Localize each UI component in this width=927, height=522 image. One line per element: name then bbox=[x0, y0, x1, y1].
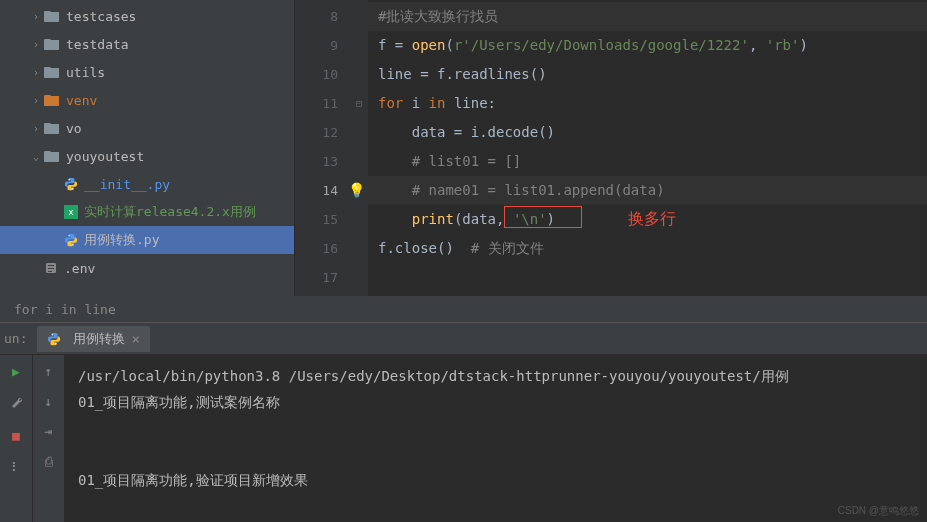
tree-label: vo bbox=[66, 121, 82, 136]
chevron-icon: › bbox=[28, 95, 44, 106]
code-line[interactable]: # list01 = [] bbox=[368, 147, 927, 176]
tree-item[interactable]: __init__.py bbox=[0, 170, 294, 198]
line-number[interactable]: 17 bbox=[295, 263, 338, 292]
svg-rect-7 bbox=[48, 271, 52, 272]
up-arrow-icon[interactable]: ↑ bbox=[39, 361, 59, 381]
project-tree[interactable]: ›testcases›testdata›utils›venv›vo⌄youyou… bbox=[0, 0, 295, 296]
line-number[interactable]: 13 bbox=[295, 147, 338, 176]
print-icon[interactable]: ⎙ bbox=[39, 451, 59, 471]
env-icon bbox=[44, 261, 58, 275]
line-number[interactable]: 11 bbox=[295, 89, 338, 118]
annotation-text: 换多行 bbox=[628, 204, 676, 233]
console-line bbox=[78, 415, 913, 441]
console-output[interactable]: /usr/local/bin/python3.8 /Users/edy/Desk… bbox=[64, 355, 927, 522]
chevron-icon: › bbox=[28, 39, 44, 50]
svg-point-8 bbox=[52, 334, 53, 335]
tree-item[interactable]: ›vo bbox=[0, 114, 294, 142]
run-tab-label: 用例转换 bbox=[73, 330, 125, 348]
code-line[interactable]: f.close() # 关闭文件 bbox=[368, 234, 927, 263]
tree-label: testdata bbox=[66, 37, 129, 52]
console-line: 01_项目隔离功能,验证项目新增效果 bbox=[78, 467, 913, 493]
code-line[interactable]: f = open(r'/Users/edy/Downloads/google/1… bbox=[368, 31, 927, 60]
tree-label: testcases bbox=[66, 9, 136, 24]
run-toolbar-right: ↑ ↓ ⇥ ⎙ bbox=[32, 355, 64, 522]
tree-item[interactable]: ⌄youyoutest bbox=[0, 142, 294, 170]
tool-wrench-icon[interactable] bbox=[6, 393, 26, 413]
svg-rect-6 bbox=[48, 268, 54, 269]
excel-icon: x bbox=[64, 205, 78, 219]
wrap-icon[interactable]: ⇥ bbox=[39, 421, 59, 441]
line-number[interactable]: 8 bbox=[295, 2, 338, 31]
tree-label: __init__.py bbox=[84, 177, 170, 192]
tree-item[interactable]: ›testdata bbox=[0, 30, 294, 58]
svg-point-1 bbox=[72, 188, 73, 189]
chevron-icon: › bbox=[28, 11, 44, 22]
line-number[interactable]: 15 bbox=[295, 205, 338, 234]
tree-item[interactable]: 用例转换.py bbox=[0, 226, 294, 254]
tree-item[interactable]: .env bbox=[0, 254, 294, 282]
console-line: 01_项目隔离功能,测试案例名称 bbox=[78, 389, 913, 415]
down-arrow-icon[interactable]: ↓ bbox=[39, 391, 59, 411]
tree-label: .env bbox=[64, 261, 95, 276]
line-number[interactable]: 12 bbox=[295, 118, 338, 147]
tree-item[interactable]: ›utils bbox=[0, 58, 294, 86]
folder-lib-icon bbox=[44, 93, 60, 107]
python-icon bbox=[47, 332, 61, 346]
tree-item[interactable]: x实时计算release4.2.x用例 bbox=[0, 198, 294, 226]
console-line: /usr/local/bin/python3.8 /Users/edy/Desk… bbox=[78, 363, 913, 389]
line-number[interactable]: 10 bbox=[295, 60, 338, 89]
code-editor[interactable]: 891011121314151617 ⊟ #批读大致换行找员f = open(r… bbox=[295, 0, 927, 296]
chevron-icon: › bbox=[28, 123, 44, 134]
code-line[interactable]: data = i.decode() bbox=[368, 118, 927, 147]
run-panel-label: un: bbox=[4, 331, 27, 346]
console-line bbox=[78, 441, 913, 467]
run-header: un: 用例转换 × bbox=[0, 323, 927, 355]
python-icon bbox=[64, 177, 78, 191]
bulb-icon[interactable]: 💡 bbox=[348, 176, 365, 205]
tree-label: youyoutest bbox=[66, 149, 144, 164]
svg-point-2 bbox=[69, 235, 70, 236]
tree-label: utils bbox=[66, 65, 105, 80]
tree-label: venv bbox=[66, 93, 97, 108]
tree-label: 用例转换.py bbox=[84, 231, 159, 249]
line-number[interactable]: 16 bbox=[295, 234, 338, 263]
code-line[interactable]: 💡 # name01 = list01.append(data) bbox=[368, 176, 927, 205]
tree-label: 实时计算release4.2.x用例 bbox=[84, 203, 256, 221]
svg-rect-5 bbox=[48, 265, 54, 266]
svg-point-9 bbox=[56, 342, 57, 343]
chevron-icon: ⌄ bbox=[28, 151, 44, 162]
chevron-icon: › bbox=[28, 67, 44, 78]
more-icon[interactable]: ⠇ bbox=[6, 457, 26, 477]
breadcrumb-text: for i in line bbox=[14, 302, 116, 317]
tree-item[interactable]: ›venv bbox=[0, 86, 294, 114]
close-icon[interactable]: × bbox=[131, 331, 139, 347]
tree-item[interactable]: ›testcases bbox=[0, 2, 294, 30]
watermark: CSDN @意鸣悠悠 bbox=[838, 504, 919, 518]
fold-icon[interactable]: ⊟ bbox=[356, 98, 362, 109]
code-line[interactable]: for i in line: bbox=[368, 89, 927, 118]
rerun-button[interactable]: ▶ bbox=[6, 361, 26, 381]
line-number[interactable]: 9 bbox=[295, 31, 338, 60]
run-panel: un: 用例转换 × ▶ ■ ⠇ ↑ ↓ ⇥ ⎙ /usr/local/bin/… bbox=[0, 322, 927, 522]
highlight-box bbox=[504, 206, 582, 228]
folder-icon bbox=[44, 65, 60, 79]
line-number[interactable]: 14 bbox=[295, 176, 338, 205]
svg-point-0 bbox=[69, 179, 70, 180]
run-tab[interactable]: 用例转换 × bbox=[37, 326, 149, 352]
code-line[interactable]: line = f.readlines() bbox=[368, 60, 927, 89]
folder-icon bbox=[44, 121, 60, 135]
svg-point-3 bbox=[72, 244, 73, 245]
code-line[interactable]: #批读大致换行找员 bbox=[368, 2, 927, 31]
stop-button[interactable]: ■ bbox=[6, 425, 26, 445]
python-icon bbox=[64, 233, 78, 247]
breadcrumb-bar[interactable]: for i in line bbox=[0, 296, 927, 322]
folder-icon bbox=[44, 9, 60, 23]
folder-icon bbox=[44, 149, 60, 163]
run-toolbar-left: ▶ ■ ⠇ bbox=[0, 355, 32, 522]
folder-icon bbox=[44, 37, 60, 51]
